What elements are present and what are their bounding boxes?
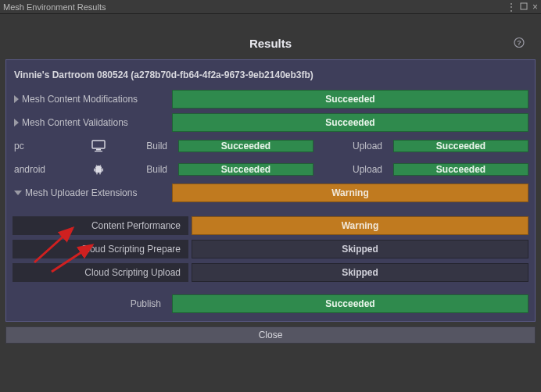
status-pc-build: Succeeded (178, 140, 313, 152)
row-publish: Publish Succeeded (13, 294, 528, 313)
chevron-down-icon (14, 191, 22, 195)
row-cloud-upload: Cloud Scripting Upload Skipped (13, 263, 528, 282)
titlebar: Mesh Environment Results ⋮ × (0, 0, 541, 14)
row-validations-label: Mesh Content Validations (22, 117, 128, 128)
row-modifications: Mesh Content Modifications Succeeded (13, 90, 528, 109)
android-icon (84, 163, 113, 176)
platform-row-android: android Build Succeeded Upload Succeeded (13, 160, 528, 179)
row-modifications-label: Mesh Content Modifications (22, 94, 138, 105)
label-publish: Publish (13, 294, 169, 313)
status-android-build: Succeeded (178, 163, 313, 176)
status-uploader-ext: Warning (172, 184, 528, 202)
panel-outer: Results ? Vinnie's Dartroom 080524 (a278… (0, 14, 541, 392)
window-maximize-icon[interactable] (520, 2, 528, 12)
upload-label: Upload (320, 141, 390, 151)
build-label: Build (116, 141, 175, 151)
svg-rect-10 (99, 173, 100, 175)
row-uploader-ext-toggle[interactable]: Mesh Uploader Extensions (13, 184, 169, 202)
svg-line-11 (96, 165, 97, 166)
help-icon[interactable]: ? (514, 37, 525, 50)
platform-row-pc: pc Build Succeeded Upload Succeeded (13, 137, 528, 155)
platform-name-pc: pc (13, 141, 81, 151)
status-modifications: Succeeded (172, 90, 528, 109)
status-cloud-upload: Skipped (192, 263, 528, 282)
svg-line-12 (100, 165, 101, 166)
status-cloud-prepare: Skipped (192, 240, 528, 258)
svg-text:?: ? (517, 38, 521, 46)
label-cloud-upload: Cloud Scripting Upload (13, 263, 188, 282)
svg-rect-8 (102, 169, 103, 172)
row-uploader-ext: Mesh Uploader Extensions Warning (13, 184, 528, 202)
label-cloud-prepare: Cloud Scripting Prepare (13, 240, 188, 258)
panel-title: Results (249, 37, 292, 50)
window-title: Mesh Environment Results (3, 2, 507, 12)
close-button[interactable]: Close (5, 326, 536, 344)
window-root: Mesh Environment Results ⋮ × Results ? V… (0, 0, 541, 392)
project-title: Vinnie's Dartroom 080524 (a278b70d-fb64-… (13, 66, 528, 85)
chevron-right-icon (14, 95, 19, 103)
status-content-performance: Warning (192, 216, 528, 235)
svg-rect-4 (96, 149, 101, 151)
upload-label: Upload (320, 164, 390, 175)
svg-rect-9 (96, 173, 97, 175)
panel-header: Results ? (5, 37, 536, 50)
row-uploader-ext-label: Mesh Uploader Extensions (25, 187, 137, 198)
window-controls: ⋮ × (507, 2, 538, 12)
status-pc-upload: Succeeded (393, 140, 528, 152)
label-content-performance: Content Performance (13, 216, 188, 235)
status-validations: Succeeded (172, 113, 528, 132)
spacer (13, 287, 528, 290)
svg-rect-7 (94, 169, 95, 172)
status-publish: Succeeded (172, 294, 528, 313)
row-cloud-prepare: Cloud Scripting Prepare Skipped (13, 240, 528, 258)
chevron-right-icon (14, 119, 19, 127)
row-modifications-toggle[interactable]: Mesh Content Modifications (13, 90, 169, 109)
row-content-performance: Content Performance Warning (13, 216, 528, 235)
window-close-icon[interactable]: × (532, 2, 538, 12)
svg-rect-3 (92, 141, 105, 148)
results-box: Vinnie's Dartroom 080524 (a278b70d-fb64-… (5, 59, 536, 322)
status-android-upload: Succeeded (393, 163, 528, 176)
platform-name-android: android (13, 164, 81, 175)
row-validations: Mesh Content Validations Succeeded (13, 113, 528, 132)
build-label: Build (116, 164, 175, 175)
svg-rect-6 (95, 168, 102, 173)
svg-rect-0 (521, 3, 527, 9)
monitor-icon (84, 140, 113, 152)
spacer (13, 207, 528, 212)
svg-rect-5 (95, 151, 102, 151)
row-validations-toggle[interactable]: Mesh Content Validations (13, 113, 169, 132)
window-menu-icon[interactable]: ⋮ (507, 2, 515, 12)
